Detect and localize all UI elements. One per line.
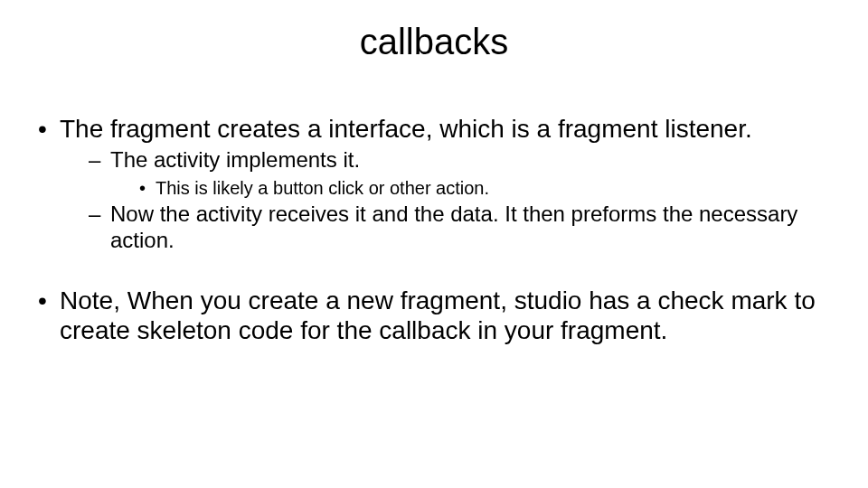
bullet-item: This is likely a button click or other a… <box>137 177 834 200</box>
bullet-list-level3: This is likely a button click or other a… <box>110 177 834 200</box>
bullet-text: This is likely a button click or other a… <box>156 178 489 198</box>
slide-title: callbacks <box>0 22 868 62</box>
bullet-text: Note, When you create a new fragment, st… <box>60 286 816 344</box>
bullet-list-level2: The activity implements it. This is like… <box>60 147 834 253</box>
bullet-item: Note, When you create a new fragment, st… <box>34 286 834 345</box>
bullet-list-level1: Note, When you create a new fragment, st… <box>34 286 834 345</box>
bullet-list-level1: The fragment creates a interface, which … <box>34 114 834 253</box>
bullet-text: Now the activity receives it and the dat… <box>110 202 797 252</box>
bullet-item: Now the activity receives it and the dat… <box>89 202 834 254</box>
slide: callbacks The fragment creates a interfa… <box>0 0 868 488</box>
bullet-text: The activity implements it. <box>110 147 360 172</box>
slide-body: The fragment creates a interface, which … <box>34 114 834 345</box>
bullet-item: The fragment creates a interface, which … <box>34 114 834 253</box>
bullet-item: The activity implements it. This is like… <box>89 147 834 200</box>
bullet-text: The fragment creates a interface, which … <box>60 115 752 143</box>
spacer <box>34 255 834 286</box>
